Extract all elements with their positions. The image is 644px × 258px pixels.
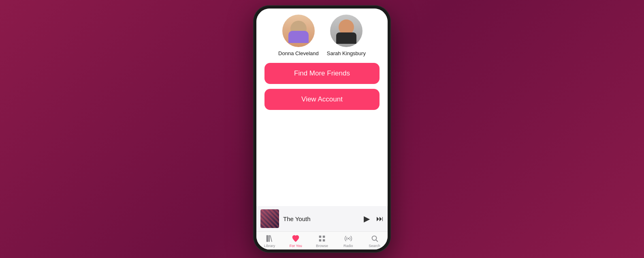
friend-sarah-name: Sarah Kingsbury [327, 50, 366, 56]
tab-for-you-label: For You [290, 244, 302, 248]
friends-row: Donna Cleveland Sarah Kingsbury [278, 13, 366, 56]
now-playing-bar[interactable]: The Youth ▶ ⏭ [256, 206, 388, 231]
skip-forward-button[interactable]: ⏭ [376, 215, 384, 223]
tab-browse[interactable]: Browse [309, 234, 335, 248]
tab-search-label: Search [369, 244, 380, 248]
heart-icon [291, 234, 300, 243]
find-more-friends-button[interactable]: Find More Friends [264, 63, 380, 84]
svg-point-3 [372, 236, 376, 241]
tab-radio[interactable]: Radio [335, 234, 361, 248]
phone-screen: Donna Cleveland Sarah Kingsbury Find Mor… [256, 9, 388, 249]
friend-donna: Donna Cleveland [278, 15, 319, 56]
browse-icon [318, 234, 326, 243]
friend-donna-name: Donna Cleveland [278, 50, 319, 56]
now-playing-title: The Youth [283, 215, 360, 222]
avatar-sarah [330, 15, 363, 47]
tab-browse-label: Browse [316, 244, 328, 248]
friend-sarah: Sarah Kingsbury [327, 15, 366, 56]
album-art [260, 209, 279, 228]
tab-search[interactable]: Search [361, 234, 388, 248]
search-icon [370, 234, 379, 243]
svg-rect-0 [267, 235, 269, 242]
tab-for-you[interactable]: For You [283, 234, 309, 248]
radio-icon [344, 234, 353, 243]
tab-bar: Library For You Browse [256, 231, 388, 249]
library-icon [265, 234, 274, 243]
play-button[interactable]: ▶ [364, 214, 370, 224]
svg-point-2 [348, 238, 349, 239]
svg-rect-1 [269, 235, 270, 242]
playback-controls: ▶ ⏭ [364, 214, 384, 224]
tab-library[interactable]: Library [256, 234, 283, 248]
tab-library-label: Library [264, 244, 275, 248]
phone-device: Donna Cleveland Sarah Kingsbury Find Mor… [253, 5, 391, 253]
tab-radio-label: Radio [343, 244, 353, 248]
avatar-donna [282, 15, 315, 47]
view-account-button[interactable]: View Account [264, 89, 380, 110]
screen-content: Donna Cleveland Sarah Kingsbury Find Mor… [256, 9, 388, 206]
